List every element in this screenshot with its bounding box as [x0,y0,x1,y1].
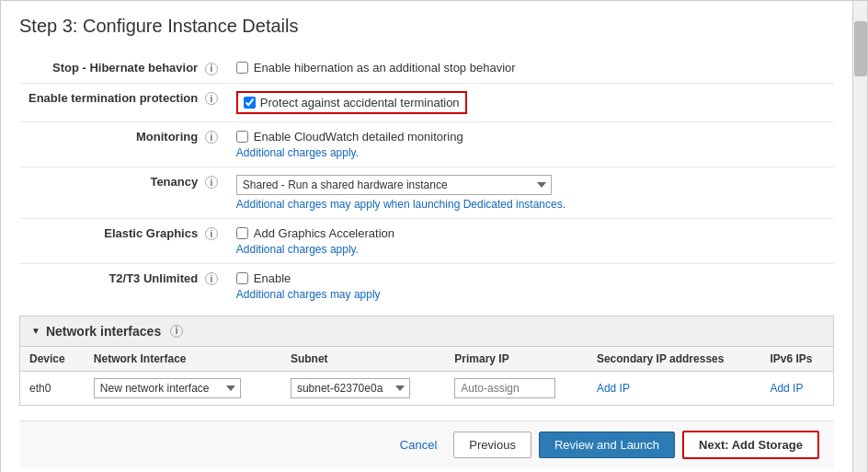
footer-bar: Cancel Previous Review and Launch Next: … [19,420,834,468]
t2t3-checkbox[interactable] [236,272,248,284]
col-subnet: Subnet [281,347,445,372]
add-secondary-ip-link[interactable]: Add IP [597,382,630,395]
form-row-elastic-graphics: Elastic Graphics i Add Graphics Accelera… [19,218,834,263]
t2t3-checkbox-label: Enable [254,271,291,285]
elastic-graphics-checkbox[interactable] [236,227,248,239]
hibernate-checkbox-label: Enable hibernation as an additional stop… [254,61,516,75]
review-and-launch-button[interactable]: Review and Launch [539,432,675,458]
form-row-tenancy: Tenancy i Shared - Run a shared hardware… [19,167,834,218]
elastic-graphics-checkbox-label: Add Graphics Acceleration [254,226,394,240]
network-ipv6-cell: Add IP [760,371,833,405]
termination-info-icon[interactable]: i [205,92,218,105]
previous-button[interactable]: Previous [453,432,531,458]
network-interfaces-header: ▼ Network interfaces i [20,317,833,347]
t2t3-label: T2/T3 Unlimited [108,271,198,285]
network-table-row: eth0 New network interface subnet-62370e… [20,371,833,405]
subnet-select[interactable]: subnet-62370e0a [291,378,410,398]
form-row-hibernate: Stop - Hibernate behavior i Enable hiber… [19,53,834,83]
network-secondary-ip-cell: Add IP [588,371,761,405]
tenancy-select[interactable]: Shared - Run a shared hardware instance … [236,175,552,195]
tenancy-info-icon[interactable]: i [205,176,218,189]
monitoring-checkbox-label: Enable CloudWatch detailed monitoring [254,130,463,144]
termination-checkbox-label: Protect against accidental termination [260,96,460,109]
col-ipv6: IPv6 IPs [760,347,833,372]
network-table-header-row: Device Network Interface Subnet Primary … [20,347,833,372]
tenancy-charges-note: Additional charges may apply when launch… [236,198,825,211]
col-secondary-ip: Secondary IP addresses [588,347,761,372]
network-interface-select[interactable]: New network interface [94,378,241,398]
col-network-interface: Network Interface [85,347,281,372]
form-row-t2t3: T2/T3 Unlimited i Enable Additional char… [19,263,834,308]
tenancy-label: Tenancy [150,175,198,189]
page-title: Step 3: Configure Instance Details [19,16,834,37]
col-device: Device [20,347,85,372]
next-add-storage-button[interactable]: Next: Add Storage [682,431,819,459]
hibernate-info-icon[interactable]: i [205,63,218,75]
network-table: Device Network Interface Subnet Primary … [20,347,833,405]
form-row-monitoring: Monitoring i Enable CloudWatch detailed … [19,121,834,167]
col-primary-ip: Primary IP [445,347,588,372]
cancel-button[interactable]: Cancel [391,432,446,457]
add-ipv6-link[interactable]: Add IP [770,382,803,395]
form-row-termination: Enable termination protection i Protect … [19,83,834,121]
hibernate-checkbox[interactable] [236,62,248,74]
scrollbar-thumb[interactable] [854,21,867,76]
termination-checkbox[interactable] [244,97,256,109]
network-primary-ip-cell [445,371,588,405]
network-subnet-cell: subnet-62370e0a [281,371,445,405]
monitoring-info-icon[interactable]: i [205,131,218,144]
monitoring-label: Monitoring [136,130,198,144]
collapse-icon[interactable]: ▼ [31,326,40,336]
t2t3-info-icon[interactable]: i [205,272,218,285]
t2t3-charges-link[interactable]: Additional charges may apply [236,288,825,301]
termination-label: Enable termination protection [29,91,198,105]
configure-form: Stop - Hibernate behavior i Enable hiber… [19,53,834,308]
network-interfaces-section: ▼ Network interfaces i Device Network In… [19,316,834,406]
hibernate-label: Stop - Hibernate behavior [52,61,198,75]
monitoring-checkbox[interactable] [236,131,248,143]
network-interface-cell: New network interface [85,371,281,405]
scrollbar-track [852,1,867,472]
elastic-graphics-info-icon[interactable]: i [205,227,218,240]
network-interfaces-info-icon[interactable]: i [170,325,183,338]
network-device-cell: eth0 [20,371,85,405]
elastic-graphics-charges-link[interactable]: Additional charges apply. [236,243,825,256]
elastic-graphics-label: Elastic Graphics [104,226,198,240]
network-interfaces-title: Network interfaces [46,324,161,339]
monitoring-charges-link[interactable]: Additional charges apply. [236,146,825,159]
primary-ip-input[interactable] [454,378,555,398]
